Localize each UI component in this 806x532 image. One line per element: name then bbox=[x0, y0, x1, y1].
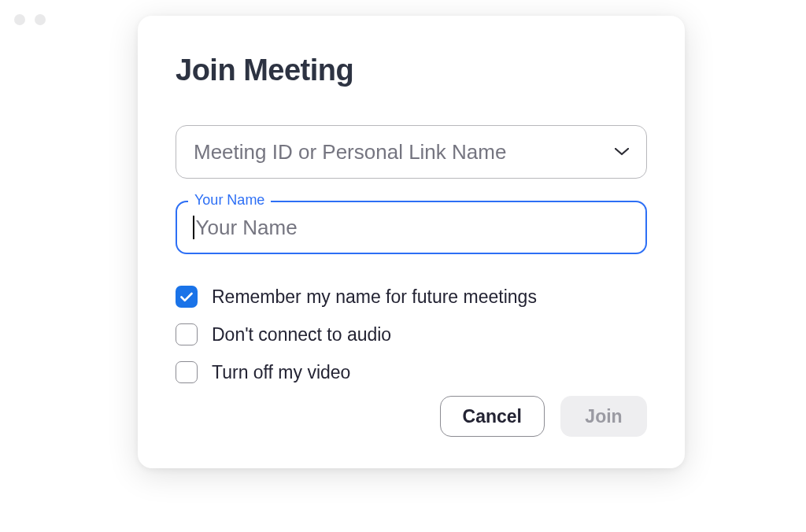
remember-name-checkbox-row[interactable]: Remember my name for future meetings bbox=[176, 286, 647, 308]
remember-name-checkbox[interactable] bbox=[176, 286, 198, 308]
window-dot-close[interactable] bbox=[14, 14, 25, 25]
chevron-down-icon bbox=[615, 145, 629, 159]
join-button[interactable]: Join bbox=[560, 396, 647, 437]
no-video-label: Turn off my video bbox=[212, 362, 350, 383]
text-cursor bbox=[193, 216, 194, 239]
meeting-id-placeholder: Meeting ID or Personal Link Name bbox=[194, 140, 615, 164]
window-controls bbox=[14, 14, 46, 25]
no-audio-checkbox[interactable] bbox=[176, 323, 198, 345]
name-input[interactable]: Your Name bbox=[176, 201, 647, 254]
name-placeholder: Your Name bbox=[196, 216, 298, 240]
name-field-wrapper: Your Name Your Name bbox=[176, 201, 647, 254]
meeting-id-field[interactable]: Meeting ID or Personal Link Name bbox=[176, 125, 647, 179]
check-icon bbox=[180, 292, 193, 302]
cancel-button-label: Cancel bbox=[463, 406, 522, 427]
button-row: Cancel Join bbox=[176, 396, 647, 437]
checkbox-group: Remember my name for future meetings Don… bbox=[176, 286, 647, 383]
no-audio-checkbox-row[interactable]: Don't connect to audio bbox=[176, 323, 647, 345]
no-video-checkbox-row[interactable]: Turn off my video bbox=[176, 361, 647, 383]
no-video-checkbox[interactable] bbox=[176, 361, 198, 383]
no-audio-label: Don't connect to audio bbox=[212, 324, 391, 345]
window-dot-minimize[interactable] bbox=[35, 14, 46, 25]
remember-name-label: Remember my name for future meetings bbox=[212, 286, 537, 308]
cancel-button[interactable]: Cancel bbox=[440, 396, 545, 437]
modal-title: Join Meeting bbox=[176, 54, 647, 87]
join-button-label: Join bbox=[585, 406, 622, 427]
name-field-label: Your Name bbox=[188, 192, 271, 209]
join-meeting-modal: Join Meeting Meeting ID or Personal Link… bbox=[138, 16, 685, 468]
